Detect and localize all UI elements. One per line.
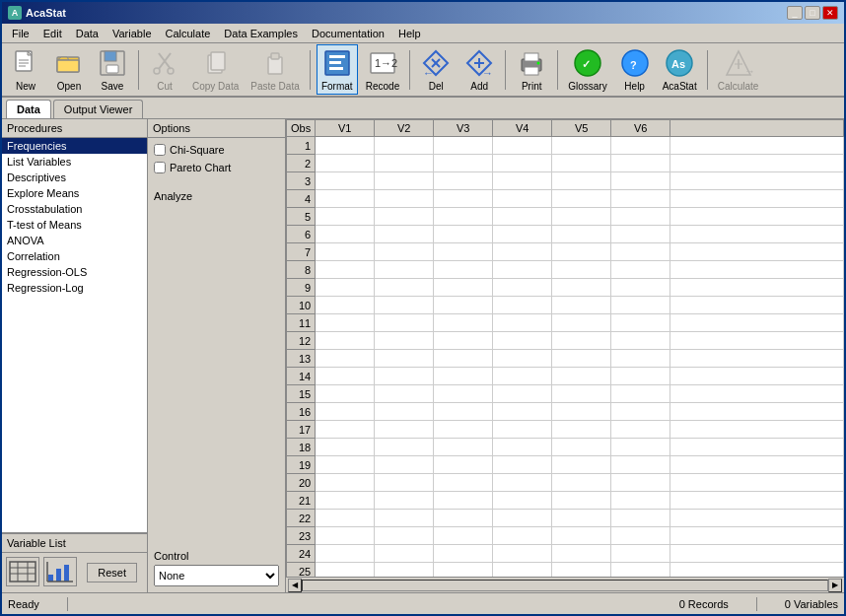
data-cell[interactable] — [316, 279, 375, 297]
data-cell[interactable] — [552, 545, 611, 563]
data-cell[interactable] — [552, 172, 611, 190]
data-cell[interactable] — [316, 243, 375, 261]
data-cell[interactable] — [493, 314, 552, 332]
data-cell[interactable] — [434, 439, 493, 456]
data-cell[interactable] — [375, 297, 434, 314]
menu-variable[interactable]: Variable — [106, 27, 158, 40]
save-button[interactable]: Save — [93, 45, 132, 94]
close-button[interactable]: ✕ — [822, 6, 838, 20]
data-cell[interactable] — [316, 226, 375, 243]
data-cell[interactable] — [493, 403, 552, 421]
procedure-item-descriptives[interactable]: Descriptives — [2, 170, 147, 185]
data-cell[interactable] — [611, 190, 670, 208]
procedure-item-t-test-of-means[interactable]: T-test of Means — [2, 217, 147, 233]
data-cell[interactable] — [552, 350, 611, 368]
chi-square-checkbox[interactable] — [154, 144, 166, 156]
data-cell[interactable] — [493, 474, 552, 492]
menu-edit[interactable]: Edit — [37, 27, 68, 40]
data-cell[interactable] — [434, 208, 493, 226]
data-cell[interactable] — [611, 226, 670, 243]
data-cell[interactable] — [552, 190, 611, 208]
data-cell[interactable] — [493, 332, 552, 350]
data-cell[interactable] — [611, 563, 670, 578]
data-cell[interactable] — [316, 137, 375, 155]
data-cell[interactable] — [552, 421, 611, 439]
data-cell[interactable] — [611, 439, 670, 456]
data-cell[interactable] — [434, 474, 493, 492]
data-cell[interactable] — [375, 527, 434, 545]
data-cell[interactable] — [493, 368, 552, 385]
data-cell[interactable] — [611, 492, 670, 510]
data-cell[interactable] — [316, 190, 375, 208]
data-cell[interactable] — [493, 243, 552, 261]
data-cell[interactable] — [434, 368, 493, 385]
data-cell[interactable] — [316, 155, 375, 172]
data-cell[interactable] — [375, 172, 434, 190]
data-cell[interactable] — [552, 456, 611, 474]
data-cell[interactable] — [316, 439, 375, 456]
data-cell[interactable] — [611, 243, 670, 261]
scroll-track[interactable] — [302, 580, 828, 591]
data-cell[interactable] — [493, 527, 552, 545]
data-cell[interactable] — [552, 492, 611, 510]
tab-data[interactable]: Data — [6, 100, 51, 118]
data-cell[interactable] — [375, 137, 434, 155]
data-cell[interactable] — [434, 350, 493, 368]
data-cell[interactable] — [493, 261, 552, 279]
data-cell[interactable] — [375, 190, 434, 208]
menu-help[interactable]: Help — [392, 27, 427, 40]
data-cell[interactable] — [552, 243, 611, 261]
print-button[interactable]: Print — [512, 45, 551, 94]
menu-calculate[interactable]: Calculate — [160, 27, 217, 40]
data-cell[interactable] — [493, 297, 552, 314]
menu-data[interactable]: Data — [70, 27, 105, 40]
procedure-item-regression-log[interactable]: Regression-Log — [2, 280, 147, 296]
data-cell[interactable] — [434, 385, 493, 403]
data-cell[interactable] — [375, 155, 434, 172]
data-cell[interactable] — [493, 172, 552, 190]
data-cell[interactable] — [434, 332, 493, 350]
data-cell[interactable] — [434, 510, 493, 527]
data-cell[interactable] — [375, 368, 434, 385]
data-cell[interactable] — [375, 421, 434, 439]
data-cell[interactable] — [611, 279, 670, 297]
data-cell[interactable] — [552, 385, 611, 403]
data-cell[interactable] — [434, 226, 493, 243]
data-cell[interactable] — [375, 243, 434, 261]
data-cell[interactable] — [375, 350, 434, 368]
data-cell[interactable] — [493, 208, 552, 226]
data-cell[interactable] — [375, 332, 434, 350]
data-cell[interactable] — [493, 563, 552, 578]
data-cell[interactable] — [552, 439, 611, 456]
scroll-right-button[interactable]: ▶ — [828, 579, 842, 592]
procedure-item-explore-means[interactable]: Explore Means — [2, 185, 147, 201]
minimize-button[interactable]: _ — [787, 6, 803, 20]
data-cell[interactable] — [316, 510, 375, 527]
data-cell[interactable] — [375, 279, 434, 297]
scroll-left-button[interactable]: ◀ — [288, 579, 302, 592]
add-button[interactable]: → Add — [459, 45, 499, 94]
data-cell[interactable] — [316, 297, 375, 314]
pareto-chart-checkbox[interactable] — [154, 162, 166, 173]
paste-data-button[interactable]: Paste Data — [247, 45, 303, 94]
menu-documentation[interactable]: Documentation — [306, 27, 390, 40]
tab-output-viewer[interactable]: Output Viewer — [53, 100, 144, 118]
glossary-button[interactable]: ✓ Glossary — [564, 45, 610, 94]
data-cell[interactable] — [611, 332, 670, 350]
calculate-button[interactable]: → Calculate — [714, 45, 763, 94]
data-cell[interactable] — [552, 510, 611, 527]
data-cell[interactable] — [434, 155, 493, 172]
data-cell[interactable] — [316, 527, 375, 545]
data-cell[interactable] — [375, 563, 434, 578]
data-cell[interactable] — [493, 190, 552, 208]
data-cell[interactable] — [493, 137, 552, 155]
data-cell[interactable] — [375, 226, 434, 243]
data-cell[interactable] — [552, 261, 611, 279]
copy-data-button[interactable]: Copy Data — [188, 45, 243, 94]
procedure-item-anova[interactable]: ANOVA — [2, 233, 147, 248]
data-cell[interactable] — [434, 172, 493, 190]
data-cell[interactable] — [434, 314, 493, 332]
open-button[interactable]: Open — [49, 45, 89, 94]
data-cell[interactable] — [552, 403, 611, 421]
data-cell[interactable] — [611, 474, 670, 492]
